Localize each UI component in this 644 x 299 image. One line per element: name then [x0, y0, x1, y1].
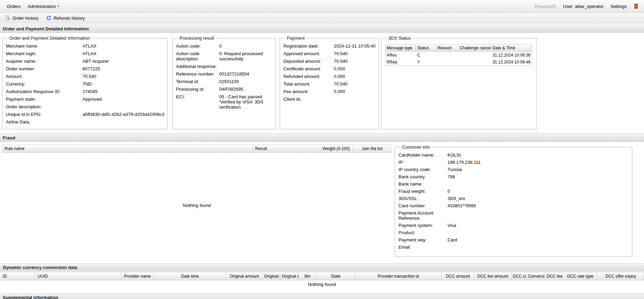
field-additional-response-value	[219, 64, 273, 69]
field-3ds-ssl: 3DS/SSL:3DS_enr	[398, 196, 629, 201]
dcc-col-state[interactable]: State	[316, 272, 355, 280]
field-order-description: Order description:	[6, 104, 164, 109]
fraud-table-header: Rule name Result Weight (0-100) Join the…	[2, 144, 392, 153]
dcc-col-conversi[interactable]: Conversi	[527, 272, 545, 280]
settings-link[interactable]: Settings	[611, 4, 627, 9]
field-action-code-description-label: Action code description:	[176, 51, 219, 61]
field-order-number-value: 6077225	[83, 66, 164, 71]
field-merchant-name: Merchant name:ATLAX	[6, 43, 164, 49]
payment-legend: Payment	[286, 36, 306, 41]
field-authorization-response-id-value: 274045	[83, 89, 164, 94]
field-bank-country-label: Bank country:	[398, 174, 448, 179]
field-product-label: Product:	[398, 230, 448, 235]
field-deposited-amount: Deposited amount:70.540	[283, 59, 376, 64]
dcc-col-original-amount[interactable]: Original amount	[226, 272, 263, 280]
field-currency: Currency:TND	[6, 81, 164, 87]
field-eci: ECI:05 - Card has passed 'Verified by VI…	[176, 94, 273, 110]
fraud-col-result[interactable]: Result	[253, 145, 320, 152]
customer-info-legend: Customer info	[401, 144, 431, 150]
dcc-col-date-time[interactable]: Date time	[154, 272, 226, 280]
fraud-empty-text: Nothing found	[183, 203, 211, 208]
field-payment-way: Payment way:Card	[398, 237, 629, 242]
field-payment-state: Payment state:Approved	[6, 97, 164, 102]
dcc-col-dcc-fee[interactable]: DCC fee	[545, 272, 563, 280]
field-action-code-description: Action code description:0: Request proce…	[176, 51, 273, 61]
field-card-number: Card number:433801**9995	[398, 203, 629, 208]
dcc-col-provider-name[interactable]: Provider name	[121, 272, 154, 280]
fraud-col-join-the-list[interactable]: Join the list	[353, 145, 391, 152]
field-payment-system: Payment system:Visa	[398, 223, 629, 228]
fraud-table: Rule name Result Weight (0-100) Join the…	[2, 144, 392, 258]
field-unique-id-in-epg-label: Unique id in EPG:	[6, 112, 83, 117]
field-amount-value: 70.540	[83, 74, 164, 79]
field-unique-id-in-epg-value: a5ff3830-ddf1-42b2-a379-d203a42006c3	[83, 112, 164, 117]
field-registration-date: Registration date:2024-12-31 10:05:40	[283, 43, 376, 49]
dcc-col-id[interactable]: ID	[0, 272, 35, 280]
order-info-legend: Order and Payment Detailed Information	[8, 36, 91, 41]
dcc-col-original-f[interactable]: Original f	[263, 272, 280, 280]
field-3ds-ssl-value: 3DS_enr	[448, 196, 629, 201]
field-payment-way-value: Card	[448, 237, 629, 242]
tds-col-challenge-cancel: Challenge cancel	[459, 44, 491, 51]
menu-item-orders[interactable]: Orders	[3, 2, 24, 11]
field-payment-system-value: Visa	[448, 223, 629, 228]
field-card-number-label: Card number:	[398, 203, 448, 208]
field-merchant-login: Merchant login:ATLAX	[6, 51, 164, 56]
field-cardholder-name: Cardholder name:KOLSI	[398, 152, 629, 158]
user-label: User: atlax_operator	[563, 4, 604, 9]
field-bank-name: Bank name:	[398, 181, 629, 187]
field-acquirer-name-label: Acquirer name:	[6, 59, 83, 64]
customer-info-panel: Customer info Cardholder name:KOLSI IP:1…	[395, 144, 632, 257]
field-payment-account-reference: Payment Account Reference:	[398, 210, 629, 221]
order-history-icon	[5, 15, 10, 21]
field-deposited-amount-value: 70.540	[334, 59, 376, 64]
field-ip-country-code-label: IP country code:	[398, 167, 448, 172]
field-product: Product:	[398, 230, 629, 235]
field-approved-amount-label: Approved amount:	[283, 51, 334, 56]
field-card-number-value: 433801**9995	[448, 203, 629, 208]
tds-col-reason: Reason	[436, 44, 459, 51]
field-airline-data-label: Airline Data:	[6, 119, 83, 124]
payment-panel: Payment Registration date:2024-12-31 10:…	[280, 36, 379, 129]
tds-cell-reason	[436, 59, 459, 66]
field-cardholder-name-value: KOLSI	[448, 152, 629, 158]
dcc-col-original-c[interactable]: Original c	[280, 272, 299, 280]
fraud-col-weight[interactable]: Weight (0-100)	[320, 145, 353, 152]
field-total-amount: Total amount:70.540	[283, 81, 376, 87]
field-total-amount-value: 70.540	[334, 81, 376, 87]
dcc-table: ID UUID Provider name Date time Original…	[0, 272, 644, 289]
dcc-col-bin[interactable]: Bin	[299, 272, 316, 280]
tds-status-panel: 3DS Status Message type Status Reason Ch…	[381, 36, 537, 129]
reports-link[interactable]: Reports(0)	[535, 4, 556, 9]
dcc-empty-text: Nothing found	[308, 282, 336, 287]
field-cardholder-name-label: Cardholder name:	[398, 152, 448, 158]
dcc-col-uuid[interactable]: UUID	[35, 272, 121, 280]
field-certificate-amount: Certificate amount:0.000	[283, 66, 376, 71]
fraud-col-rule-name[interactable]: Rule name	[2, 145, 253, 152]
dcc-col-dcc-curr[interactable]: DCC curr	[511, 272, 527, 280]
dcc-col-dcc-offer-expiry[interactable]: DCC offer expiry	[598, 272, 644, 280]
field-acquirer-name: Acquirer name:ABT Acquirer	[6, 59, 164, 64]
menu-item-administration[interactable]: Administration ▾	[24, 2, 63, 11]
order-history-button[interactable]: Order history	[2, 14, 41, 22]
exit-icon[interactable]	[634, 3, 639, 9]
field-terminal-id-value: 02501100	[219, 79, 273, 84]
field-currency-label: Currency:	[6, 81, 83, 87]
fraud-table-body: Nothing found	[2, 153, 392, 258]
field-product-value	[448, 230, 629, 235]
field-fee-amount-label: Fee amount:	[283, 89, 334, 94]
field-bank-name-value	[448, 181, 629, 187]
dcc-col-dcc-fee-amount[interactable]: DCC fee amount	[474, 272, 511, 280]
processing-result-panel: Processing result Action code:0 Action c…	[172, 36, 276, 129]
field-approved-amount-value: 70.540	[334, 51, 376, 56]
dcc-col-provider-transaction-id[interactable]: Provider transaction id	[355, 272, 442, 280]
field-ip-value: 196.179.238.111	[448, 160, 629, 165]
refunds-history-button[interactable]: Refunds history	[43, 14, 87, 22]
field-eci-value: 05 - Card has passed 'Verified by VISA' …	[219, 94, 273, 110]
field-payment-account-reference-label: Payment Account Reference:	[398, 210, 448, 221]
field-payment-system-label: Payment system:	[398, 223, 448, 228]
field-processing-id: Processing id:04IF082595	[176, 87, 273, 92]
dcc-col-dcc-rate-type[interactable]: DCC rate type	[563, 272, 598, 280]
dcc-col-dcc-amount[interactable]: DCC amount	[442, 272, 474, 280]
tds-cell-challenge-cancel	[459, 52, 491, 59]
